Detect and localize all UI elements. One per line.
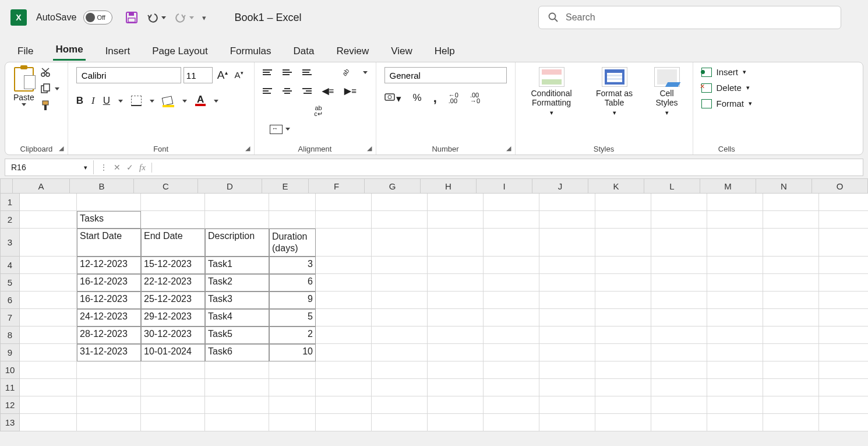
cell-M1[interactable] [707, 194, 763, 211]
align-middle-button[interactable] [283, 69, 292, 75]
cell-H10[interactable] [428, 361, 484, 379]
cell-E5[interactable]: 6 [269, 274, 316, 292]
cell-M8[interactable] [707, 326, 763, 344]
tab-formulas[interactable]: Formulas [228, 42, 274, 61]
cell-L13[interactable] [651, 414, 707, 431]
cell-B7[interactable]: 24-12-2023 [77, 309, 141, 326]
cell-F6[interactable] [316, 292, 372, 309]
tab-review[interactable]: Review [334, 42, 371, 61]
cell-J1[interactable] [539, 194, 595, 211]
cell-G6[interactable] [372, 292, 428, 309]
cell-D6[interactable]: Task3 [205, 292, 269, 309]
dialog-launcher-icon[interactable]: ◢ [504, 144, 513, 152]
cell-L4[interactable] [651, 257, 707, 274]
format-cells-button[interactable]: Format▾ [701, 99, 753, 108]
cell-I2[interactable] [484, 211, 539, 229]
cell-M11[interactable] [707, 379, 763, 396]
cell-D9[interactable]: Task6 [205, 344, 269, 361]
cell-I3[interactable] [484, 229, 539, 257]
merge-center-button[interactable] [270, 125, 368, 134]
cell-D2[interactable] [205, 211, 269, 229]
cell-J6[interactable] [539, 292, 595, 309]
cell-O11[interactable] [819, 379, 868, 396]
cell-H5[interactable] [428, 274, 484, 292]
row-header-4[interactable]: 4 [0, 257, 20, 274]
cell-H13[interactable] [428, 414, 484, 431]
cell-L5[interactable] [651, 274, 707, 292]
align-top-button[interactable] [263, 69, 272, 75]
cell-E7[interactable]: 5 [269, 309, 316, 326]
cell-I11[interactable] [484, 379, 539, 396]
percent-button[interactable]: % [413, 92, 422, 104]
chevron-down-icon[interactable] [182, 100, 187, 103]
cell-B12[interactable] [77, 396, 141, 414]
cell-G2[interactable] [372, 211, 428, 229]
cell-K10[interactable] [595, 361, 651, 379]
tab-page-layout[interactable]: Page Layout [150, 42, 210, 61]
column-header-C[interactable]: C [134, 178, 198, 194]
cell-J2[interactable] [539, 211, 595, 229]
cell-K7[interactable] [595, 309, 651, 326]
cell-H2[interactable] [428, 211, 484, 229]
cell-I10[interactable] [484, 361, 539, 379]
column-header-B[interactable]: B [70, 178, 134, 194]
redo-button[interactable] [174, 12, 194, 23]
column-header-J[interactable]: J [532, 178, 588, 194]
search-input[interactable]: Search [538, 6, 841, 29]
cell-B3[interactable]: Start Date [77, 229, 141, 257]
cell-B6[interactable]: 16-12-2023 [77, 292, 141, 309]
row-header-1[interactable]: 1 [0, 194, 20, 211]
row-header-12[interactable]: 12 [0, 396, 20, 414]
orientation-button[interactable] [342, 67, 352, 78]
cell-N12[interactable] [763, 396, 819, 414]
row-header-5[interactable]: 5 [0, 274, 20, 292]
cell-O5[interactable] [819, 274, 868, 292]
cell-E8[interactable]: 2 [269, 326, 316, 344]
cell-N7[interactable] [763, 309, 819, 326]
row-header-13[interactable]: 13 [0, 414, 20, 431]
cell-A4[interactable] [20, 257, 77, 274]
cell-B8[interactable]: 28-12-2023 [77, 326, 141, 344]
cell-K12[interactable] [595, 396, 651, 414]
cell-F11[interactable] [316, 379, 372, 396]
cell-F3[interactable] [316, 229, 372, 257]
cell-A10[interactable] [20, 361, 77, 379]
cell-D13[interactable] [205, 414, 269, 431]
cell-C4[interactable]: 15-12-2023 [141, 257, 205, 274]
cell-O10[interactable] [819, 361, 868, 379]
cell-A13[interactable] [20, 414, 77, 431]
cell-K4[interactable] [595, 257, 651, 274]
cell-H11[interactable] [428, 379, 484, 396]
font-size-input[interactable] [184, 67, 213, 83]
column-header-E[interactable]: E [262, 178, 309, 194]
cell-G13[interactable] [372, 414, 428, 431]
paste-button[interactable]: Paste [13, 67, 34, 111]
cell-L11[interactable] [651, 379, 707, 396]
accounting-format-button[interactable]: ▾ [384, 92, 401, 105]
conditional-formatting-button[interactable]: Conditional Formatting ▾ [524, 67, 580, 117]
cells-area[interactable]: TasksStart DateEnd DateDescriptionDurati… [20, 194, 868, 431]
cell-D4[interactable]: Task1 [205, 257, 269, 274]
cut-button[interactable] [40, 67, 51, 78]
cell-G7[interactable] [372, 309, 428, 326]
decrease-indent-button[interactable]: ◀≡ [322, 86, 334, 96]
cell-N8[interactable] [763, 326, 819, 344]
column-header-M[interactable]: M [700, 178, 756, 194]
dialog-launcher-icon[interactable]: ◢ [244, 144, 252, 152]
cell-N6[interactable] [763, 292, 819, 309]
cell-C6[interactable]: 25-12-2023 [141, 292, 205, 309]
cell-N1[interactable] [763, 194, 819, 211]
cell-G5[interactable] [372, 274, 428, 292]
cell-O13[interactable] [819, 414, 868, 431]
cell-B1[interactable] [77, 194, 141, 211]
cell-M5[interactable] [707, 274, 763, 292]
cell-M3[interactable] [707, 229, 763, 257]
cell-O6[interactable] [819, 292, 868, 309]
cell-D7[interactable]: Task4 [205, 309, 269, 326]
column-header-O[interactable]: O [812, 178, 868, 194]
cell-N9[interactable] [763, 344, 819, 361]
cell-I6[interactable] [484, 292, 539, 309]
cell-J7[interactable] [539, 309, 595, 326]
cell-I9[interactable] [484, 344, 539, 361]
cell-F7[interactable] [316, 309, 372, 326]
